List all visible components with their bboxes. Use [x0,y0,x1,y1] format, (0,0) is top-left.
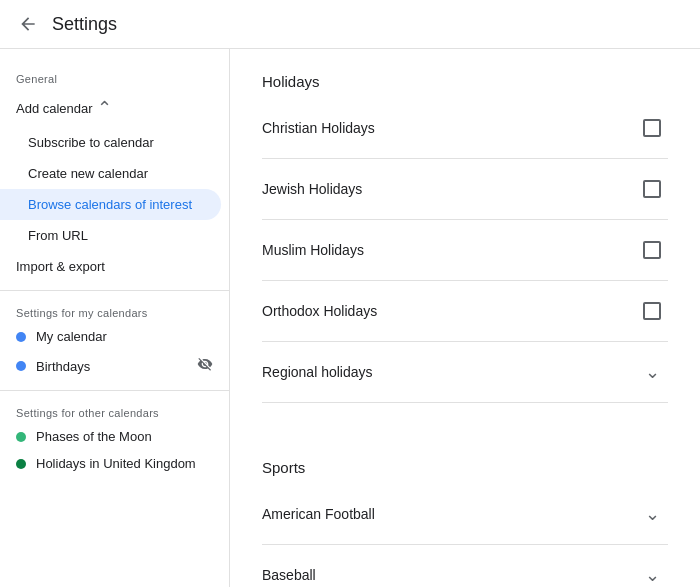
regional-holidays-row[interactable]: Regional holidays ⌄ [262,342,668,403]
muslim-checkbox-box[interactable] [643,241,661,259]
moon-dot [16,432,26,442]
sidebar-item-import-export[interactable]: Import & export [0,251,221,282]
chevron-down-icon: ⌄ [645,361,660,383]
baseball-label: Baseball [262,567,628,583]
regional-holidays-label: Regional holidays [262,364,628,380]
add-calendar-expand[interactable]: Add calendar ⌃ [0,89,229,127]
spacer-1 [262,403,668,435]
orthodox-holidays-row: Orthodox Holidays [262,281,668,342]
sidebar-item-subscribe[interactable]: Subscribe to calendar [0,127,221,158]
american-football-label: American Football [262,506,628,522]
orthodox-holidays-label: Orthodox Holidays [262,303,628,319]
muslim-holidays-label: Muslim Holidays [262,242,628,258]
sidebar-divider-2 [0,390,229,391]
my-calendar-label: My calendar [36,329,107,344]
sports-heading: Sports [262,459,668,476]
baseball-expand[interactable]: ⌄ [636,559,668,587]
sidebar-item-create[interactable]: Create new calendar [0,158,221,189]
back-button[interactable] [16,12,40,36]
christian-holidays-row: Christian Holidays [262,98,668,159]
orthodox-checkbox-box[interactable] [643,302,661,320]
moon-label: Phases of the Moon [36,429,152,444]
sidebar-item-my-calendar[interactable]: My calendar [0,323,229,350]
sidebar-item-browse[interactable]: Browse calendars of interest [0,189,221,220]
main-content: Holidays Christian Holidays Jewish Holid… [230,49,700,587]
uk-holidays-dot [16,459,26,469]
birthdays-dot [16,361,26,371]
chevron-up-icon: ⌃ [97,97,112,119]
visibility-icon [197,356,213,376]
american-football-expand[interactable]: ⌄ [636,498,668,530]
orthodox-holidays-checkbox[interactable] [636,295,668,327]
jewish-holidays-row: Jewish Holidays [262,159,668,220]
christian-holidays-label: Christian Holidays [262,120,628,136]
sidebar-divider-1 [0,290,229,291]
muslim-holidays-checkbox[interactable] [636,234,668,266]
my-calendar-dot [16,332,26,342]
christian-holidays-checkbox[interactable] [636,112,668,144]
holidays-heading: Holidays [262,73,668,90]
uk-holidays-label: Holidays in United Kingdom [36,456,196,471]
sidebar-item-url[interactable]: From URL [0,220,221,251]
jewish-holidays-label: Jewish Holidays [262,181,628,197]
american-football-row[interactable]: American Football ⌄ [262,484,668,545]
add-calendar-label: Add calendar [16,101,93,116]
jewish-holidays-checkbox[interactable] [636,173,668,205]
general-label: General [0,65,229,89]
sidebar-item-uk-holidays[interactable]: Holidays in United Kingdom [0,450,229,477]
muslim-holidays-row: Muslim Holidays [262,220,668,281]
main-layout: General Add calendar ⌃ Subscribe to cale… [0,49,700,587]
chevron-down-icon: ⌄ [645,503,660,525]
sidebar-item-birthdays[interactable]: Birthdays [0,350,229,382]
birthdays-label: Birthdays [36,359,90,374]
my-calendars-heading: Settings for my calendars [0,299,229,323]
sidebar-item-moon[interactable]: Phases of the Moon [0,423,229,450]
baseball-row[interactable]: Baseball ⌄ [262,545,668,587]
sidebar: General Add calendar ⌃ Subscribe to cale… [0,49,230,587]
page-title: Settings [52,14,117,35]
jewish-checkbox-box[interactable] [643,180,661,198]
christian-checkbox-box[interactable] [643,119,661,137]
settings-header: Settings [0,0,700,49]
other-calendars-heading: Settings for other calendars [0,399,229,423]
chevron-down-icon: ⌄ [645,564,660,586]
regional-holidays-expand[interactable]: ⌄ [636,356,668,388]
